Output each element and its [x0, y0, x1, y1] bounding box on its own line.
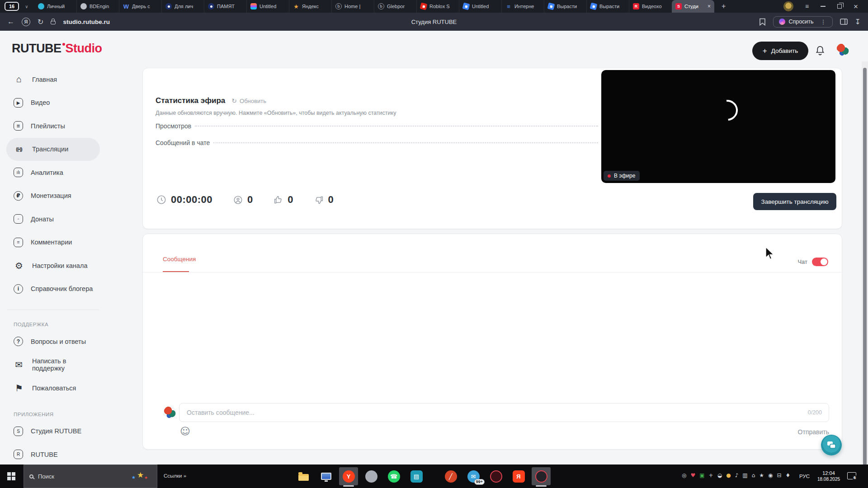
taskbar-app-icon[interactable]	[532, 467, 551, 485]
sidebar-item[interactable]: ⚙ Настройки канала	[6, 254, 100, 277]
new-tab-button[interactable]: +	[717, 2, 730, 10]
tab-messages[interactable]: Сообщения	[163, 256, 196, 263]
taskbar-app-icon[interactable]	[362, 467, 381, 485]
yandex-search-icon[interactable]: Я	[22, 18, 30, 26]
browser-menu-icon[interactable]: ≡	[805, 3, 809, 9]
side-panel-icon[interactable]	[840, 19, 848, 25]
tray-icon[interactable]: ★	[759, 473, 764, 478]
tray-icon[interactable]: ◎	[682, 473, 686, 478]
tab-counter[interactable]: 16	[5, 2, 19, 11]
browser-tab[interactable]: ★ Яндекс	[289, 0, 332, 13]
tab-close-icon[interactable]: ×	[708, 3, 711, 9]
start-button[interactable]	[7, 472, 15, 480]
browser-tab[interactable]: Roblox S	[417, 0, 459, 13]
url-text[interactable]: studio.rutube.ru	[63, 19, 110, 25]
tray-icon[interactable]: ♪	[735, 473, 739, 478]
ask-menu-dots-icon[interactable]: ⋮	[821, 19, 827, 25]
sidebar-item[interactable]: ılı Аналитика	[6, 161, 100, 184]
sidebar-item[interactable]: ▶ Видео	[6, 91, 100, 115]
assistant-sparkles-icon[interactable]: ★ ★ ★	[131, 469, 151, 483]
browser-tab[interactable]: Вырасти	[544, 0, 587, 13]
notifications-bell-icon[interactable]	[815, 44, 826, 58]
taskbar-app-icon[interactable]: Y	[339, 467, 358, 485]
this-pc-icon[interactable]	[316, 467, 335, 485]
dislikes-counter[interactable]: 0	[314, 194, 334, 206]
ask-alice-button[interactable]: Спросить ⋮	[773, 16, 832, 28]
sidebar-item[interactable]: ? Вопросы и ответы	[6, 330, 100, 353]
sidebar-item[interactable]: ✉ Написать в поддержку	[6, 353, 100, 377]
chat-toggle[interactable]	[812, 258, 828, 266]
bookmark-icon[interactable]	[759, 18, 766, 26]
tray-icon[interactable]: ●	[726, 473, 731, 478]
taskbar-app-icon[interactable]: ▤	[407, 467, 426, 485]
tray-icon[interactable]: ♦	[786, 473, 791, 478]
downloads-icon[interactable]: ↧	[855, 18, 861, 26]
rutube-studio-logo[interactable]: RUTUBE Studio	[12, 42, 102, 56]
sidebar-item[interactable]: ₽ Монетизация	[6, 184, 100, 208]
browser-tab[interactable]: Личный	[34, 0, 77, 13]
browser-tab[interactable]: R Видеохо	[629, 0, 672, 13]
browser-tab[interactable]: BDEngin	[77, 0, 119, 13]
tray-icon[interactable]: ♥	[690, 473, 695, 478]
tray-icon[interactable]: ▣	[699, 473, 704, 478]
action-center-icon[interactable]: 6	[847, 472, 856, 479]
taskbar-search[interactable]: ★ ★ ★	[24, 465, 157, 488]
browser-tab[interactable]: Untitled	[459, 0, 502, 13]
taskbar-app-icon[interactable]: Я	[509, 467, 528, 485]
tray-icon[interactable]: ▥	[742, 473, 747, 478]
refresh-button[interactable]: ↻ Обновить	[231, 97, 266, 104]
tray-icon[interactable]: +	[709, 473, 713, 478]
language-indicator[interactable]: РУС	[799, 474, 810, 479]
live-badge: В эфире	[604, 171, 640, 181]
lock-icon[interactable]	[51, 21, 56, 24]
sidebar-item[interactable]: ((•)) Трансляции	[6, 138, 100, 161]
browser-tab[interactable]: Вырасти	[587, 0, 629, 13]
browser-tab[interactable]: S Студи ×	[672, 0, 714, 13]
sidebar-item[interactable]: ▫ Донаты	[6, 207, 100, 231]
stream-preview[interactable]: В эфире	[601, 70, 835, 183]
sidebar-item[interactable]: ≣ Плейлисты	[6, 114, 100, 138]
taskbar-app-icon[interactable]: ✉ 99+	[464, 467, 483, 485]
taskbar-app-icon[interactable]: ☎	[384, 467, 403, 485]
search-input[interactable]	[38, 473, 110, 480]
tray-icon[interactable]: ⌂	[752, 473, 755, 478]
close-icon[interactable]: ×	[854, 3, 858, 10]
add-button[interactable]: + Добавить	[752, 42, 808, 60]
browser-profile-avatar[interactable]	[783, 1, 793, 11]
explorer-folder-icon[interactable]	[294, 467, 313, 485]
browser-tab[interactable]: W Дверь с	[119, 0, 162, 13]
tray-icon[interactable]: ⊟	[777, 473, 782, 478]
scrollbar-thumb[interactable]	[863, 68, 867, 465]
likes-counter[interactable]: 0	[274, 194, 293, 206]
minimize-icon[interactable]	[821, 6, 826, 7]
tray-icon[interactable]: ◒	[717, 473, 722, 478]
send-button[interactable]: Отправить	[798, 428, 829, 436]
page-scrollbar[interactable]	[862, 61, 868, 465]
sidebar-item[interactable]: ⚑ Пожаловаться	[6, 376, 100, 400]
restore-icon[interactable]	[837, 4, 842, 9]
browser-tab[interactable]: b Glebpor	[374, 0, 417, 13]
browser-tab[interactable]: ≡ Интерне	[502, 0, 544, 13]
sidebar-item[interactable]: i Справочник блогера	[6, 277, 100, 301]
sidebar-item[interactable]: R RUTUBE	[6, 443, 100, 465]
sidebar-item[interactable]: ⌂ Главная	[6, 68, 100, 91]
channel-avatar[interactable]	[836, 43, 849, 56]
taskbar-app-icon[interactable]	[486, 467, 505, 485]
browser-tab[interactable]: Untitled	[247, 0, 289, 13]
links-toolbar[interactable]: Ссылки »	[164, 473, 186, 479]
emoji-icon[interactable]: ☺	[180, 426, 190, 437]
browser-tab[interactable]: ПАМЯТ	[204, 0, 247, 13]
clock[interactable]: 12:04 18.08.2025	[816, 470, 842, 483]
back-icon[interactable]: ←	[7, 18, 14, 26]
browser-tab[interactable]: Для лич	[162, 0, 204, 13]
support-chat-fab[interactable]	[821, 435, 842, 455]
sidebar-item[interactable]: = Комментарии	[6, 231, 100, 254]
end-stream-button[interactable]: Завершить трансляцию	[753, 193, 836, 210]
tab-dropdown-chevron-icon[interactable]: ∨	[22, 4, 32, 9]
taskbar-app-icon[interactable]: ╱	[441, 467, 460, 485]
sidebar-item[interactable]: S Студия RUTUBE	[6, 420, 100, 443]
reload-icon[interactable]: ↻	[38, 18, 43, 26]
message-input[interactable]	[179, 403, 829, 422]
browser-tab[interactable]: b Home |	[332, 0, 374, 13]
tray-icon[interactable]: ◉	[768, 473, 773, 478]
